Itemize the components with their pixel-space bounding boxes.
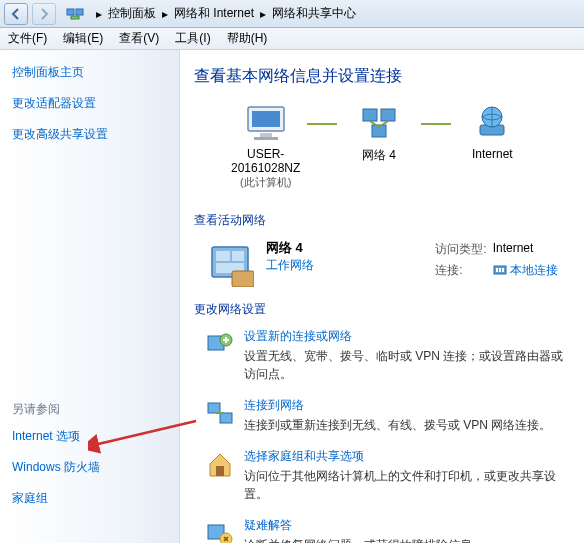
sidebar-homegroup[interactable]: 家庭组	[12, 490, 167, 507]
connection-link[interactable]: 本地连接	[510, 263, 558, 277]
svg-rect-9	[381, 109, 395, 121]
homegroup-icon	[206, 450, 234, 478]
svg-rect-1	[76, 9, 83, 15]
network-map: USER-20161028NZ (此计算机) 网络 4 Internet	[194, 103, 564, 202]
network-map-internet: Internet	[451, 103, 534, 161]
connect-to-network-title: 连接到网络	[244, 397, 551, 414]
network-map-link	[421, 123, 451, 125]
change-settings-heading: 更改网络设置	[194, 301, 564, 318]
network-map-this-pc: USER-20161028NZ (此计算机)	[224, 103, 307, 190]
troubleshoot[interactable]: 疑难解答 诊断并修复网络问题，或获得故障排除信息。	[206, 517, 564, 543]
connect-network-icon	[206, 399, 234, 427]
network-map-link	[307, 123, 337, 125]
computer-icon	[242, 103, 290, 143]
sidebar-change-adapter[interactable]: 更改适配器设置	[12, 95, 167, 112]
sidebar-advanced-sharing[interactable]: 更改高级共享设置	[12, 126, 167, 143]
ethernet-icon	[493, 264, 507, 276]
svg-rect-0	[67, 9, 74, 15]
menu-file[interactable]: 文件(F)	[8, 30, 47, 47]
menu-view[interactable]: 查看(V)	[119, 30, 159, 47]
address-bar: ▸ 控制面板 ▸ 网络和 Internet ▸ 网络和共享中心	[0, 0, 584, 28]
svg-rect-19	[496, 268, 498, 272]
svg-rect-17	[232, 271, 254, 287]
sidebar-windows-firewall[interactable]: Windows 防火墙	[12, 459, 167, 476]
network-center-icon	[66, 6, 84, 22]
globe-icon	[468, 103, 516, 143]
active-networks-heading: 查看活动网络	[194, 212, 564, 229]
active-network-type-link[interactable]: 工作网络	[266, 258, 314, 272]
svg-rect-8	[363, 109, 377, 121]
chevron-right-icon: ▸	[162, 7, 168, 21]
svg-rect-2	[71, 16, 79, 19]
setup-new-connection-title: 设置新的连接或网络	[244, 328, 564, 345]
troubleshoot-title: 疑难解答	[244, 517, 484, 534]
access-type-label: 访问类型:	[435, 241, 490, 260]
breadcrumb-network-internet[interactable]: 网络和 Internet	[174, 5, 254, 22]
svg-rect-6	[260, 133, 272, 137]
back-button[interactable]	[4, 3, 28, 25]
setup-new-connection[interactable]: 设置新的连接或网络 设置无线、宽带、拨号、临时或 VPN 连接；或设置路由器或访…	[206, 328, 564, 383]
menu-tools[interactable]: 工具(I)	[175, 30, 210, 47]
chevron-right-icon: ▸	[260, 7, 266, 21]
breadcrumb-sharing-center[interactable]: 网络和共享中心	[272, 5, 356, 22]
svg-rect-20	[499, 268, 501, 272]
sidebar-internet-options[interactable]: Internet 选项	[12, 428, 167, 445]
troubleshoot-icon	[206, 519, 234, 543]
forward-button[interactable]	[32, 3, 56, 25]
svg-rect-5	[252, 111, 280, 127]
work-network-icon	[206, 239, 254, 287]
breadcrumb-control-panel[interactable]: 控制面板	[108, 5, 156, 22]
troubleshoot-desc: 诊断并修复网络问题，或获得故障排除信息。	[244, 536, 484, 543]
chevron-right-icon: ▸	[96, 7, 102, 21]
active-network-name: 网络 4	[266, 239, 421, 257]
svg-rect-7	[254, 137, 278, 140]
network-map-network: 网络 4	[337, 103, 420, 164]
sidebar-see-also-heading: 另请参阅	[12, 401, 167, 418]
homegroup-sharing-options[interactable]: 选择家庭组和共享选项 访问位于其他网络计算机上的文件和打印机，或更改共享设置。	[206, 448, 564, 503]
page-title: 查看基本网络信息并设置连接	[194, 66, 564, 87]
svg-rect-21	[502, 268, 504, 272]
connect-to-network[interactable]: 连接到网络 连接到或重新连接到无线、有线、拨号或 VPN 网络连接。	[206, 397, 564, 434]
svg-rect-14	[216, 251, 230, 261]
new-connection-icon	[206, 330, 234, 358]
network-icon	[355, 103, 403, 143]
menu-edit[interactable]: 编辑(E)	[63, 30, 103, 47]
access-type-value: Internet	[493, 241, 562, 260]
sidebar: 控制面板主页 更改适配器设置 更改高级共享设置 另请参阅 Internet 选项…	[0, 50, 180, 543]
svg-rect-25	[220, 413, 232, 423]
homegroup-sharing-title: 选择家庭组和共享选项	[244, 448, 564, 465]
setup-new-connection-desc: 设置无线、宽带、拨号、临时或 VPN 连接；或设置路由器或访问点。	[244, 347, 564, 383]
svg-rect-26	[216, 466, 224, 476]
content-area: 查看基本网络信息并设置连接 USER-20161028NZ (此计算机) 网络 …	[180, 50, 584, 543]
active-network-item: 网络 4 工作网络 访问类型: Internet 连接: 本地连接	[194, 239, 564, 287]
menu-bar: 文件(F) 编辑(E) 查看(V) 工具(I) 帮助(H)	[0, 28, 584, 50]
homegroup-sharing-desc: 访问位于其他网络计算机上的文件和打印机，或更改共享设置。	[244, 467, 564, 503]
breadcrumb: ▸ 控制面板 ▸ 网络和 Internet ▸ 网络和共享中心	[92, 5, 580, 22]
menu-help[interactable]: 帮助(H)	[227, 30, 268, 47]
connection-label: 连接:	[435, 262, 490, 281]
sidebar-control-panel-home[interactable]: 控制面板主页	[12, 64, 167, 81]
svg-rect-24	[208, 403, 220, 413]
connect-to-network-desc: 连接到或重新连接到无线、有线、拨号或 VPN 网络连接。	[244, 416, 551, 434]
svg-rect-15	[232, 251, 244, 261]
